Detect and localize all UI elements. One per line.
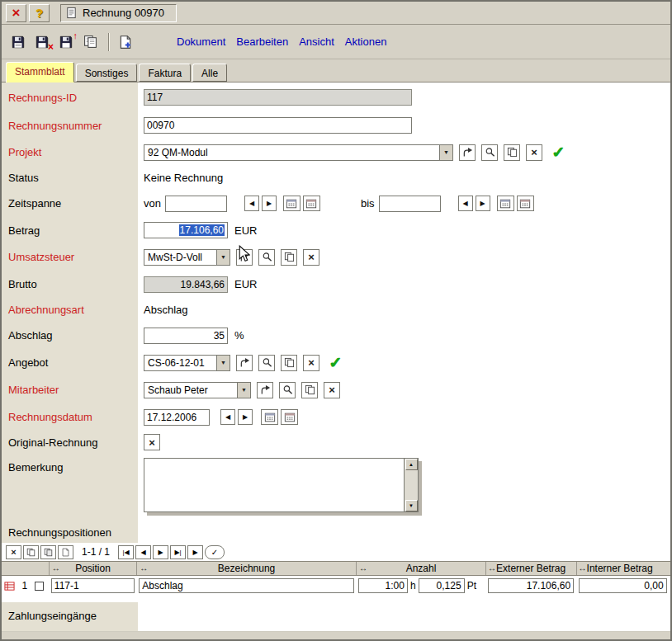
positions-select-menu-button[interactable]: ✓ — [205, 545, 225, 559]
umsatzsteuer-search-button[interactable] — [258, 249, 275, 266]
chevron-down-icon[interactable]: ▼ — [216, 250, 230, 265]
tab-alle[interactable]: Alle — [192, 64, 227, 82]
von-next-day-button[interactable]: ▶ — [262, 196, 277, 211]
save-close-button[interactable]: ↑ — [55, 32, 77, 52]
nav-last-button[interactable]: ▶| — [170, 545, 186, 559]
mitarbeiter-goto-button[interactable] — [257, 382, 273, 398]
von-calendar-alt-button[interactable] — [303, 196, 320, 211]
zeitspanne-label: Zeitspanne — [2, 190, 138, 217]
help-button[interactable]: ? — [29, 4, 50, 22]
search-icon — [262, 357, 272, 368]
nav-first-button[interactable]: |◀ — [118, 545, 134, 559]
abschlag-input[interactable] — [144, 328, 228, 344]
betrag-input[interactable]: 17.106,60 — [144, 222, 228, 238]
mitarbeiter-select[interactable]: Schaub Peter ▼ — [144, 382, 251, 398]
col-intern-label[interactable]: Interner Betrag — [587, 563, 653, 574]
col-bezeichnung-label[interactable]: Bezeichnung — [218, 563, 275, 574]
bis-calendar-button[interactable] — [497, 196, 514, 211]
projekt-select[interactable]: 92 QM-Modul ▼ — [144, 144, 453, 161]
chevron-down-icon[interactable]: ▼ — [439, 145, 452, 160]
tab-sonstiges[interactable]: Sonstiges — [76, 64, 138, 82]
positions-delete-button[interactable]: × — [6, 545, 21, 559]
positions-title: Rechnungspositionen — [2, 521, 138, 543]
copy-document-button[interactable] — [79, 32, 101, 52]
menu-item-dokument[interactable]: Dokument — [177, 35, 225, 48]
sort-icon[interactable]: ↔ — [579, 564, 587, 573]
datum-calendar-button[interactable] — [261, 409, 278, 425]
umsatzsteuer-select[interactable]: MwSt-D-Voll ▼ — [144, 249, 230, 266]
clear-icon: × — [531, 147, 537, 158]
menu-item-aktionen[interactable]: Aktionen — [345, 35, 387, 48]
positions-row[interactable]: 1 117-1 h Pt — [2, 576, 670, 596]
angebot-goto-button[interactable] — [236, 355, 253, 371]
angebot-select[interactable]: CS-06-12-01 ▼ — [144, 355, 230, 371]
col-position-label[interactable]: Position — [75, 563, 111, 574]
nav-next-button[interactable]: ▶ — [153, 545, 168, 559]
export-arrow-icon: ↑ — [73, 31, 78, 40]
save-button[interactable] — [7, 32, 29, 52]
chevron-down-icon[interactable]: ▼ — [237, 383, 250, 398]
positions-paste-button[interactable] — [40, 545, 56, 559]
nav-goto-button[interactable]: ▶ — [187, 545, 203, 559]
bis-next-day-button[interactable]: ▶ — [476, 196, 490, 211]
sort-icon[interactable]: ↔ — [52, 564, 60, 573]
sort-icon[interactable]: ↔ — [359, 564, 367, 573]
bis-calendar-alt-button[interactable] — [517, 196, 534, 211]
zahlungseingaenge-section: Zahlungseingänge — [2, 602, 670, 631]
positions-copy-button[interactable] — [23, 545, 39, 559]
mitarbeiter-search-button[interactable] — [279, 382, 296, 398]
projekt-copy-button[interactable] — [504, 144, 520, 161]
nav-prev-button[interactable]: ◀ — [135, 545, 151, 559]
menu-item-bearbeiten[interactable]: Bearbeiten — [236, 35, 288, 48]
bemerkung-textarea[interactable]: ▲ ▼ — [144, 458, 419, 512]
projekt-search-button[interactable] — [481, 144, 498, 161]
bis-prev-day-button[interactable]: ◀ — [458, 196, 473, 211]
umsatzsteuer-clear-button[interactable]: × — [303, 249, 319, 266]
search-icon — [282, 384, 293, 395]
sort-icon[interactable]: ↔ — [488, 564, 496, 573]
von-prev-day-button[interactable]: ◀ — [244, 196, 259, 211]
angebot-copy-button[interactable] — [281, 355, 297, 371]
new-document-button[interactable] — [115, 32, 136, 52]
tab-faktura[interactable]: Faktura — [139, 64, 191, 82]
discard-x-icon: × — [48, 42, 54, 52]
col-anzahl-label[interactable]: Anzahl — [406, 563, 437, 574]
datum-next-day-button[interactable]: ▶ — [238, 409, 253, 425]
rechnungsdatum-input[interactable] — [144, 409, 210, 426]
form-row-projekt: Projekt 92 QM-Modul ▼ × ✓ — [2, 139, 670, 166]
projekt-clear-button[interactable]: × — [526, 144, 542, 161]
umsatzsteuer-copy-button[interactable] — [281, 249, 297, 266]
angebot-clear-button[interactable]: × — [303, 355, 319, 371]
mitarbeiter-copy-button[interactable] — [301, 382, 318, 398]
datum-prev-day-button[interactable]: ◀ — [220, 409, 235, 425]
scroll-up-button[interactable]: ▲ — [405, 459, 418, 470]
row-checkbox[interactable] — [35, 582, 44, 591]
projekt-goto-button[interactable] — [459, 144, 476, 161]
chevron-down-icon[interactable]: ▼ — [216, 356, 230, 370]
sort-icon[interactable]: ↔ — [140, 564, 148, 573]
zeitspanne-von-input[interactable] — [165, 196, 227, 212]
umsatzsteuer-goto-button[interactable] — [236, 249, 253, 266]
mitarbeiter-clear-button[interactable]: × — [324, 382, 340, 398]
row-bezeichnung-input[interactable] — [139, 578, 354, 593]
menu-item-ansicht[interactable]: Ansicht — [299, 35, 334, 48]
datum-calendar-alt-button[interactable] — [281, 409, 298, 425]
row-intern-input[interactable] — [579, 578, 667, 593]
row-anzahl-pt-input[interactable] — [419, 578, 465, 593]
col-extern-label[interactable]: Externer Betrag — [496, 563, 566, 574]
scroll-down-button[interactable]: ▼ — [405, 500, 418, 511]
row-anzahl-h-input[interactable] — [358, 578, 408, 593]
rechnungsnummer-input[interactable] — [144, 117, 412, 134]
angebot-search-button[interactable] — [258, 355, 275, 371]
row-extern-input[interactable] — [488, 578, 574, 593]
tab-stammblatt[interactable]: Stammblatt — [6, 62, 74, 82]
zeitspanne-bis-input[interactable] — [379, 196, 441, 212]
clear-icon: × — [329, 384, 335, 395]
bemerkung-scrollbar[interactable]: ▲ ▼ — [404, 459, 418, 511]
save-icon — [11, 35, 26, 49]
original-rechnung-clear-button[interactable]: × — [144, 434, 160, 450]
positions-new-row-button[interactable] — [58, 545, 73, 559]
von-calendar-button[interactable] — [283, 196, 301, 211]
save-discard-button[interactable]: × — [31, 32, 53, 52]
close-button[interactable]: × — [6, 4, 26, 22]
